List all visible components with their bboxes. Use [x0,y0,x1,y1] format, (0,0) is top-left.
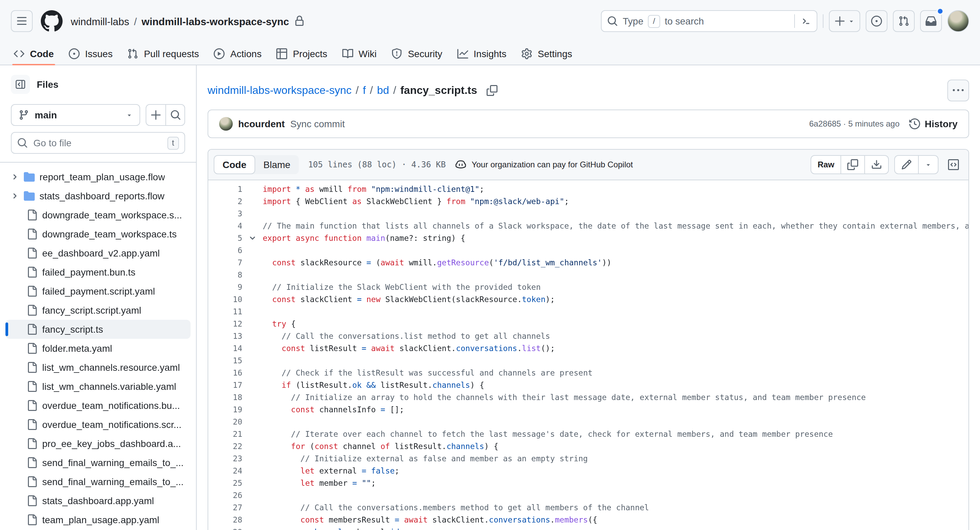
tree-item-overdue_team_notifications.scr...[interactable]: overdue_team_notifications.scr... [5,415,191,434]
tree-item-fancy_script.ts[interactable]: fancy_script.ts [5,320,191,339]
download-button[interactable] [864,156,888,173]
line-number[interactable]: 1 [208,183,245,195]
hamburger-menu-button[interactable] [11,10,33,32]
code-text: if (listResult.ok && listResult.channels… [260,379,969,391]
line-number[interactable]: 5 [208,232,245,244]
tree-item-stats_dashboard_reports.flow[interactable]: stats_dashboard_reports.flow [5,186,191,205]
tree-item-report_team_plan_usage.flow[interactable]: report_team_plan_usage.flow [5,167,191,186]
tree-item-overdue_team_notifications.bu...[interactable]: overdue_team_notifications.bu... [5,396,191,415]
commit-sha-time[interactable]: 6a28685 · 5 minutes ago [809,119,900,129]
fold-toggle[interactable] [245,232,260,244]
copy-file-button[interactable] [840,156,864,173]
command-palette-button[interactable] [794,14,811,28]
tab-issues[interactable]: Issues [63,42,118,65]
tree-item-downgrade_team_workspace.ts[interactable]: downgrade_team_workspace.ts [5,225,191,244]
tree-item-list_wm_channels.variable.yaml[interactable]: list_wm_channels.variable.yaml [5,377,191,396]
line-number[interactable]: 16 [208,367,245,379]
tree-item-downgrade_team_workspace.s...[interactable]: downgrade_team_workspace.s... [5,205,191,225]
line-number[interactable]: 3 [208,208,245,220]
tab-projects[interactable]: Projects [271,42,333,65]
github-logo[interactable] [41,10,63,32]
line-number[interactable]: 19 [208,403,245,416]
tab-settings[interactable]: Settings [516,42,578,65]
line-number[interactable]: 17 [208,379,245,391]
line-number[interactable]: 2 [208,195,245,208]
tab-security[interactable]: Security [386,42,448,65]
edit-dropdown-button[interactable] [918,156,938,173]
file-icon [27,457,37,468]
line-number[interactable]: 15 [208,354,245,367]
code-view[interactable]: 1import * as wmill from "npm:windmill-cl… [208,180,969,530]
line-number[interactable]: 27 [208,501,245,514]
line-number[interactable]: 14 [208,342,245,354]
fold-gutter [245,452,260,465]
line-number[interactable]: 4 [208,220,245,232]
commit-author-avatar[interactable] [219,117,233,131]
line-number[interactable]: 8 [208,269,245,281]
tab-insights[interactable]: Insights [452,42,512,65]
collapse-sidebar-button[interactable] [11,75,30,94]
history-button[interactable]: History [909,118,958,129]
issues-dashboard-button[interactable] [865,10,888,32]
breadcrumb-dir-f[interactable]: f [363,84,366,97]
go-to-file-input[interactable]: Go to file t [11,132,185,154]
search-tree-button[interactable] [165,105,185,125]
tree-item-failed_payment.bun.ts[interactable]: failed_payment.bun.ts [5,263,191,282]
org-link[interactable]: windmill-labs [71,15,129,27]
play-icon [214,48,225,59]
tree-item-failed_payment.script.yaml[interactable]: failed_payment.script.yaml [5,282,191,301]
line-number[interactable]: 25 [208,477,245,489]
line-number[interactable]: 23 [208,452,245,465]
pull-requests-dashboard-button[interactable] [893,10,915,32]
tree-item-fancy_script.script.yaml[interactable]: fancy_script.script.yaml [5,301,191,320]
commit-author[interactable]: hcourdent [238,118,285,129]
file-options-button[interactable] [947,79,969,102]
branch-selector[interactable]: main [11,104,140,126]
tree-item-team_plan_usage.app.yaml[interactable]: team_plan_usage.app.yaml [5,510,191,529]
line-number[interactable]: 21 [208,428,245,440]
edit-file-button[interactable] [895,156,918,173]
file-icon [27,381,37,392]
copy-path-button[interactable] [487,85,498,96]
tab-wiki[interactable]: Wiki [337,42,382,65]
tree-item-ee_dashboard_v2.app.yaml[interactable]: ee_dashboard_v2.app.yaml [5,244,191,263]
raw-button[interactable]: Raw [811,156,840,173]
gear-icon [521,48,532,59]
commit-message[interactable]: Sync commit [290,118,345,129]
line-number[interactable]: 11 [208,305,245,318]
tree-item-send_final_warning_emails_to_...[interactable]: send_final_warning_emails_to_... [5,472,191,491]
line-number[interactable]: 28 [208,514,245,526]
line-number[interactable]: 29 [208,526,245,530]
user-avatar[interactable] [947,10,969,32]
symbols-panel-button[interactable] [944,155,963,174]
line-number[interactable]: 20 [208,416,245,428]
tree-item-pro_ee_key_jobs_dashboard.a...[interactable]: pro_ee_key_jobs_dashboard.a... [5,434,191,453]
tab-code[interactable]: Code [8,42,59,65]
tree-item-stats_dashboard.app.yaml[interactable]: stats_dashboard.app.yaml [5,491,191,510]
tree-item-list_wm_channels.resource.yaml[interactable]: list_wm_channels.resource.yaml [5,358,191,377]
line-number[interactable]: 22 [208,440,245,452]
line-number[interactable]: 24 [208,465,245,477]
tree-item-folder.meta.yaml[interactable]: folder.meta.yaml [5,339,191,358]
search-input[interactable]: Type / to search [601,10,817,32]
new-file-button[interactable] [146,105,165,125]
tab-code-view[interactable]: Code [214,155,255,174]
line-number[interactable]: 10 [208,293,245,305]
line-number[interactable]: 9 [208,281,245,293]
line-number[interactable]: 12 [208,318,245,330]
breadcrumb-dir-bd[interactable]: bd [377,84,389,97]
tab-pull-requests[interactable]: Pull requests [122,42,205,65]
line-number[interactable]: 18 [208,391,245,403]
copilot-banner[interactable]: Your organization can pay for GitHub Cop… [455,159,633,170]
repo-link[interactable]: windmill-labs-workspace-sync [142,15,289,27]
line-number[interactable]: 6 [208,244,245,257]
caret-down-icon [126,111,133,118]
line-number[interactable]: 13 [208,330,245,342]
line-number[interactable]: 7 [208,257,245,269]
create-new-button[interactable] [829,10,860,32]
breadcrumb-repo-link[interactable]: windmill-labs-workspace-sync [208,84,352,97]
tree-item-send_final_warning_emails_to_...[interactable]: send_final_warning_emails_to_... [5,453,191,472]
line-number[interactable]: 26 [208,489,245,501]
tab-blame-view[interactable]: Blame [255,155,298,174]
tab-actions[interactable]: Actions [208,42,267,65]
